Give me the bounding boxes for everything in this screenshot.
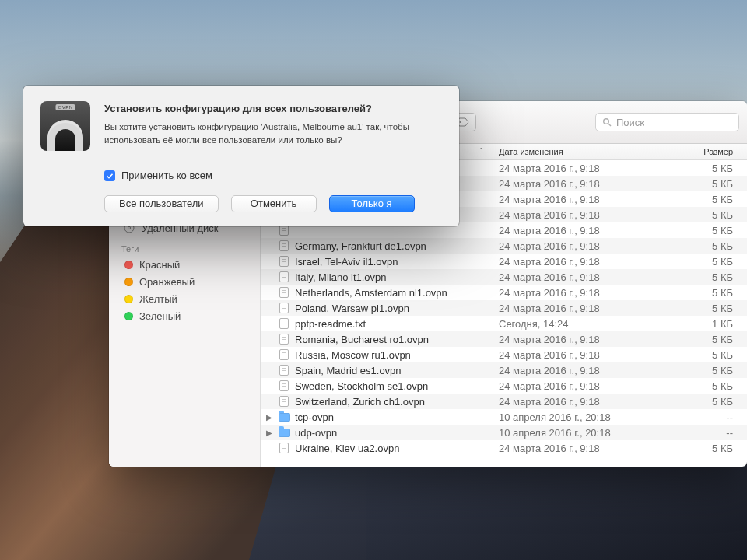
sidebar-header-tags: Теги xyxy=(109,236,260,256)
text-file-icon xyxy=(278,317,290,330)
file-size: 5 КБ xyxy=(693,194,747,205)
file-date: 10 апреля 2016 г., 20:18 xyxy=(494,411,693,423)
disclosure-triangle-icon[interactable]: ▶ xyxy=(265,413,273,422)
file-date: 24 марта 2016 г., 9:18 xyxy=(494,178,693,190)
checkbox-checked-icon xyxy=(104,170,115,181)
svg-point-10 xyxy=(460,121,461,123)
file-name: Israel, Tel-Aviv il1.ovpn xyxy=(295,256,398,268)
file-row[interactable]: Germany, Frankfurt de1.ovpn24 марта 2016… xyxy=(261,238,747,254)
file-row[interactable]: Switzerland, Zurich ch1.ovpn24 марта 201… xyxy=(261,394,747,409)
folder-row[interactable]: ▶udp-ovpn10 апреля 2016 г., 20:18-- xyxy=(261,425,747,440)
cancel-button[interactable]: Отменить xyxy=(231,195,317,212)
file-row[interactable]: Spain, Madrid es1.ovpn24 марта 2016 г., … xyxy=(261,362,747,378)
file-size: -- xyxy=(693,411,747,423)
only-me-button[interactable]: Только я xyxy=(329,195,415,212)
tag-color-icon xyxy=(124,261,133,269)
file-size: 5 КБ xyxy=(693,225,747,236)
file-size: -- xyxy=(693,427,747,439)
tunnelblick-app-icon: OVPN xyxy=(40,101,90,151)
file-date: 24 марта 2016 г., 9:18 xyxy=(494,349,693,361)
apply-to-all-checkbox[interactable]: Применить ко всем xyxy=(104,170,442,181)
sidebar-item-label: Зеленый xyxy=(139,310,181,322)
ovpn-file-icon xyxy=(278,271,290,283)
file-size: 5 КБ xyxy=(693,365,747,376)
search-input[interactable]: Поиск xyxy=(595,113,739,131)
sidebar-tag-item[interactable]: Красный xyxy=(109,256,260,273)
file-row[interactable]: Israel, Tel-Aviv il1.ovpn24 марта 2016 г… xyxy=(261,254,747,269)
file-size: 5 КБ xyxy=(693,303,747,314)
file-size: 5 КБ xyxy=(693,334,747,345)
sidebar-tag-item[interactable]: Зеленый xyxy=(109,307,260,324)
file-row[interactable]: Netherlands, Amsterdam nl1.ovpn24 марта … xyxy=(261,285,747,300)
dialog-body: Вы хотите установить конфигурацию 'Austr… xyxy=(104,121,442,146)
file-name: Romania, Bucharest ro1.ovpn xyxy=(295,334,429,345)
file-row[interactable]: Romania, Bucharest ro1.ovpn24 марта 2016… xyxy=(261,331,747,347)
ovpn-file-icon xyxy=(278,380,290,392)
file-date: 24 марта 2016 г., 9:18 xyxy=(494,365,693,376)
file-row[interactable]: Italy, Milano it1.ovpn24 марта 2016 г., … xyxy=(261,269,747,285)
file-date: 24 марта 2016 г., 9:18 xyxy=(494,163,693,174)
file-name: Russia, Moscow ru1.ovpn xyxy=(295,349,411,361)
file-name: udp-ovpn xyxy=(295,427,337,439)
file-date: 24 марта 2016 г., 9:18 xyxy=(494,334,693,345)
column-header-date[interactable]: Дата изменения xyxy=(494,147,693,156)
file-date: 24 марта 2016 г., 9:18 xyxy=(494,380,693,392)
disclosure-triangle-icon[interactable]: ▶ xyxy=(265,429,273,437)
file-date: 24 марта 2016 г., 9:18 xyxy=(494,256,693,268)
file-size: 1 КБ xyxy=(693,318,747,330)
file-date: Сегодня, 14:24 xyxy=(494,318,693,330)
file-size: 5 КБ xyxy=(693,271,747,283)
tag-color-icon xyxy=(124,278,133,286)
file-size: 5 КБ xyxy=(693,209,747,221)
tag-color-icon xyxy=(124,312,133,320)
file-name: Germany, Frankfurt de1.ovpn xyxy=(295,240,426,252)
ovpn-file-icon xyxy=(278,442,290,454)
file-size: 5 КБ xyxy=(693,240,747,252)
file-row[interactable]: pptp-readme.txtСегодня, 14:241 КБ xyxy=(261,316,747,331)
sidebar-item-label: Оранжевый xyxy=(139,276,195,288)
install-config-dialog: OVPN Установить конфигурацию для всех по… xyxy=(23,86,459,226)
file-name: Switzerland, Zurich ch1.ovpn xyxy=(295,396,425,408)
file-date: 24 марта 2016 г., 9:18 xyxy=(494,194,693,205)
app-icon-badge: OVPN xyxy=(55,104,75,110)
file-date: 24 марта 2016 г., 9:18 xyxy=(494,271,693,283)
file-row[interactable]: Russia, Moscow ru1.ovpn24 марта 2016 г.,… xyxy=(261,347,747,362)
file-row[interactable]: Ukraine, Kiev ua2.ovpn24 марта 2016 г., … xyxy=(261,440,747,456)
file-date: 24 марта 2016 г., 9:18 xyxy=(494,303,693,314)
ovpn-file-icon xyxy=(278,348,290,361)
column-header-size[interactable]: Размер xyxy=(693,147,747,156)
file-date: 24 марта 2016 г., 9:18 xyxy=(494,209,693,221)
search-icon xyxy=(602,117,612,127)
file-row[interactable]: Sweden, Stockholm se1.ovpn24 марта 2016 … xyxy=(261,378,747,394)
sidebar-item-label: Красный xyxy=(139,259,180,271)
file-date: 24 марта 2016 г., 9:18 xyxy=(494,396,693,408)
file-size: 5 КБ xyxy=(693,163,747,174)
file-size: 5 КБ xyxy=(693,178,747,190)
file-name: Sweden, Stockholm se1.ovpn xyxy=(295,380,428,392)
file-name: Spain, Madrid es1.ovpn xyxy=(295,365,402,376)
sidebar-tag-item[interactable]: Оранжевый xyxy=(109,273,260,290)
tag-color-icon xyxy=(124,295,133,303)
svg-point-15 xyxy=(128,226,130,229)
ovpn-file-icon xyxy=(278,240,290,252)
dialog-title: Установить конфигурацию для всех пользов… xyxy=(104,103,442,114)
file-date: 24 марта 2016 г., 9:18 xyxy=(494,240,693,252)
file-date: 24 марта 2016 г., 9:18 xyxy=(494,287,693,299)
file-size: 5 КБ xyxy=(693,349,747,361)
all-users-button[interactable]: Все пользователи xyxy=(104,195,219,212)
sort-asc-icon: ˄ xyxy=(479,147,489,156)
file-date: 10 апреля 2016 г., 20:18 xyxy=(494,427,693,439)
ovpn-file-icon xyxy=(278,395,290,408)
search-placeholder: Поиск xyxy=(616,117,644,128)
folder-icon xyxy=(278,426,290,439)
file-name: Netherlands, Amsterdam nl1.ovpn xyxy=(295,287,447,299)
sidebar-item-label: Желтый xyxy=(139,293,177,305)
file-date: 24 марта 2016 г., 9:18 xyxy=(494,225,693,236)
file-name: Ukraine, Kiev ua2.ovpn xyxy=(295,443,399,454)
file-name: Poland, Warsaw pl1.ovpn xyxy=(295,303,409,314)
sidebar-tag-item[interactable]: Желтый xyxy=(109,290,260,307)
file-row[interactable]: Poland, Warsaw pl1.ovpn24 марта 2016 г.,… xyxy=(261,300,747,316)
folder-row[interactable]: ▶tcp-ovpn10 апреля 2016 г., 20:18-- xyxy=(261,409,747,425)
ovpn-file-icon xyxy=(278,255,290,268)
file-name: Italy, Milano it1.ovpn xyxy=(295,271,387,283)
